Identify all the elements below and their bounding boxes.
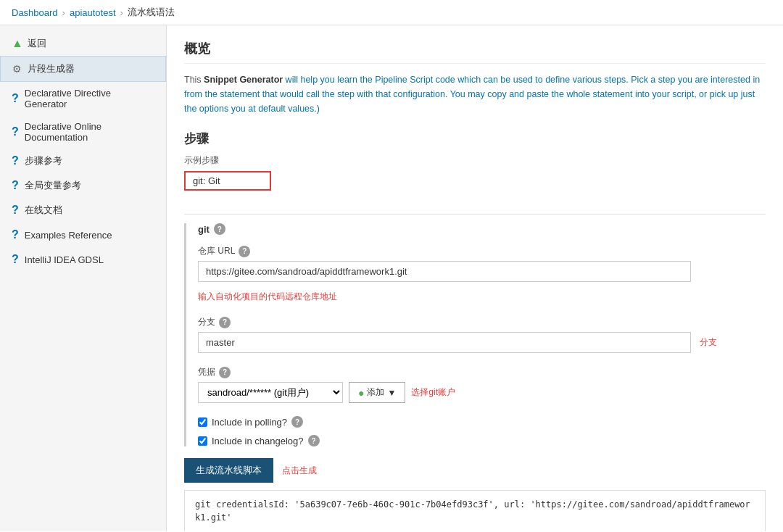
add-btn-chevron: ▼ xyxy=(387,388,396,398)
repo-url-help-icon[interactable]: ? xyxy=(239,246,250,257)
git-section-title: git ? xyxy=(198,223,766,235)
sidebar: ▲ 返回 ⚙ 片段生成器 ? Declarative Directive Gen… xyxy=(0,25,167,531)
repo-url-annotation: 输入自动化项目的代码远程仓库地址 xyxy=(198,291,337,303)
repo-url-label: 仓库 URL ? xyxy=(198,245,766,257)
intro-bold: Snippet Generator xyxy=(204,75,283,85)
back-label: 返回 xyxy=(28,37,46,50)
include-changelog-row: Include in changelog? ? xyxy=(198,435,766,446)
question-icon-7: ? xyxy=(12,253,19,266)
sidebar-item-examples[interactable]: ? Examples Reference xyxy=(0,223,166,247)
sidebar-item-label-directive: Declarative Directive Generator xyxy=(25,88,154,109)
credential-help-icon[interactable]: ? xyxy=(219,367,231,378)
include-polling-checkbox[interactable] xyxy=(198,417,207,427)
divider-1 xyxy=(184,214,766,215)
branch-row: 分支 xyxy=(198,332,766,353)
generate-annotation: 点击生成 xyxy=(282,465,317,477)
git-help-icon[interactable]: ? xyxy=(214,223,225,235)
sample-step-label: 示例步骤 xyxy=(184,154,766,167)
question-icon-4: ? xyxy=(12,179,19,192)
generate-section: 生成流水线脚本 点击生成 xyxy=(184,458,766,483)
breadcrumb-dashboard[interactable]: Dashboard xyxy=(12,7,58,18)
include-polling-label: Include in polling? xyxy=(212,417,287,428)
breadcrumb-sep-2: › xyxy=(120,7,123,18)
add-btn-label: 添加 xyxy=(367,386,384,399)
main-content: 概览 This Snippet Generator will help you … xyxy=(167,25,783,531)
sidebar-item-online-docs[interactable]: ? 在线文档 xyxy=(0,198,166,223)
sidebar-item-label-docs: Declarative Online Documentation xyxy=(25,121,154,143)
question-icon-1: ? xyxy=(12,92,19,105)
branch-group: 分支 ? 分支 xyxy=(198,316,766,353)
include-polling-row: Include in polling? ? xyxy=(198,416,766,428)
credential-annotation: 选择git账户 xyxy=(411,386,455,399)
code-output: git credentialsId: '5a639c07-7e6b-460c-9… xyxy=(184,490,766,531)
sidebar-item-declarative-directive[interactable]: ? Declarative Directive Generator xyxy=(0,82,166,115)
branch-help-icon[interactable]: ? xyxy=(219,317,231,328)
sidebar-item-label-snippet: 片段生成器 xyxy=(28,62,75,75)
changelog-help-icon[interactable]: ? xyxy=(308,435,320,446)
question-icon-5: ? xyxy=(12,204,19,217)
credential-row: sandroad/****** (git用户) ● 添加 ▼ 选择git账户 xyxy=(198,382,766,403)
breadcrumb-sep-1: › xyxy=(62,7,65,18)
repo-url-input[interactable] xyxy=(198,261,691,282)
branch-input[interactable] xyxy=(198,332,691,353)
intro-paragraph: This Snippet Generator will help you lea… xyxy=(184,72,766,116)
breadcrumb-apiautotest[interactable]: apiautotest xyxy=(70,7,116,18)
gear-icon: ⚙ xyxy=(12,63,22,75)
sample-step-select[interactable]: git: Git xyxy=(184,171,271,191)
sidebar-item-label-intellij: IntelliJ IDEA GDSL xyxy=(25,254,104,265)
sidebar-item-step-reference[interactable]: ? 步骤参考 xyxy=(0,149,166,173)
repo-url-group: 仓库 URL ? 输入自动化项目的代码远程仓库地址 xyxy=(198,245,766,303)
credential-group: 凭据 ? sandroad/****** (git用户) ● 添加 ▼ 选择gi… xyxy=(198,366,766,403)
sidebar-item-declarative-docs[interactable]: ? Declarative Online Documentation xyxy=(0,115,166,149)
include-changelog-checkbox[interactable] xyxy=(198,436,207,446)
credential-label: 凭据 ? xyxy=(198,366,766,378)
include-changelog-label: Include in changelog? xyxy=(212,436,304,446)
repo-url-row: 输入自动化项目的代码远程仓库地址 xyxy=(198,261,766,303)
sidebar-item-global-var[interactable]: ? 全局变量参考 xyxy=(0,173,166,198)
breadcrumb-current: 流水线语法 xyxy=(128,6,175,19)
credential-select[interactable]: sandroad/****** (git用户) xyxy=(198,382,343,403)
back-arrow-icon: ▲ xyxy=(12,37,23,50)
sidebar-item-label-step: 步骤参考 xyxy=(25,154,62,167)
sidebar-item-snippet-generator[interactable]: ⚙ 片段生成器 xyxy=(0,56,166,82)
git-label: git xyxy=(198,224,210,235)
breadcrumb: Dashboard › apiautotest › 流水线语法 xyxy=(0,0,783,25)
question-icon-6: ? xyxy=(12,228,19,241)
sidebar-item-intellij[interactable]: ? IntelliJ IDEA GDSL xyxy=(0,247,166,272)
back-button[interactable]: ▲ 返回 xyxy=(0,31,166,56)
branch-label: 分支 ? xyxy=(198,316,766,328)
steps-title: 步骤 xyxy=(184,130,766,147)
plus-icon: ● xyxy=(358,387,364,399)
add-credential-button[interactable]: ● 添加 ▼ xyxy=(349,382,405,403)
branch-annotation: 分支 xyxy=(700,336,717,349)
question-icon-2: ? xyxy=(12,125,19,138)
sidebar-item-label-online: 在线文档 xyxy=(25,204,62,217)
polling-help-icon[interactable]: ? xyxy=(291,416,303,428)
overview-title: 概览 xyxy=(184,40,766,64)
generate-button[interactable]: 生成流水线脚本 xyxy=(184,458,273,483)
git-section: git ? 仓库 URL ? 输入自动化项目的代码远程仓库地址 分支 ? xyxy=(184,223,766,446)
intro-text-1: This xyxy=(184,75,204,85)
sidebar-item-label-examples: Examples Reference xyxy=(25,230,112,241)
question-icon-3: ? xyxy=(12,154,19,167)
sidebar-item-label-global: 全局变量参考 xyxy=(25,179,81,192)
